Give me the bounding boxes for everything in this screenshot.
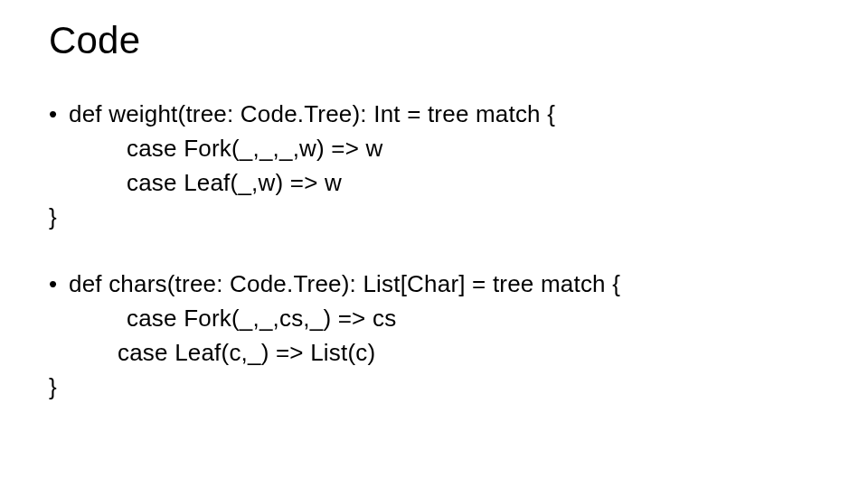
code-block-weight: • def weight(tree: Code.Tree): Int = tre… <box>49 98 819 235</box>
code-block-chars: • def chars(tree: Code.Tree): List[Char]… <box>49 267 819 405</box>
code-line: def chars(tree: Code.Tree): List[Char] =… <box>69 267 620 302</box>
code-line: case Leaf(c,_) => List(c) <box>49 336 819 371</box>
code-line: case Leaf(_,w) => w <box>49 166 819 201</box>
code-line: } <box>49 371 819 405</box>
code-line: } <box>49 201 819 235</box>
code-line: case Fork(_,_,_,w) => w <box>49 132 819 166</box>
bullet-item: • def chars(tree: Code.Tree): List[Char]… <box>49 267 819 302</box>
bullet-item: • def weight(tree: Code.Tree): Int = tre… <box>49 98 819 132</box>
bullet-dot: • <box>49 267 69 302</box>
bullet-dot: • <box>49 98 69 132</box>
slide: Code • def weight(tree: Code.Tree): Int … <box>0 0 868 488</box>
code-line: def weight(tree: Code.Tree): Int = tree … <box>69 98 555 132</box>
code-line: case Fork(_,_,cs,_) => cs <box>49 302 819 336</box>
slide-body: • def weight(tree: Code.Tree): Int = tre… <box>49 98 819 405</box>
slide-title: Code <box>49 20 819 61</box>
